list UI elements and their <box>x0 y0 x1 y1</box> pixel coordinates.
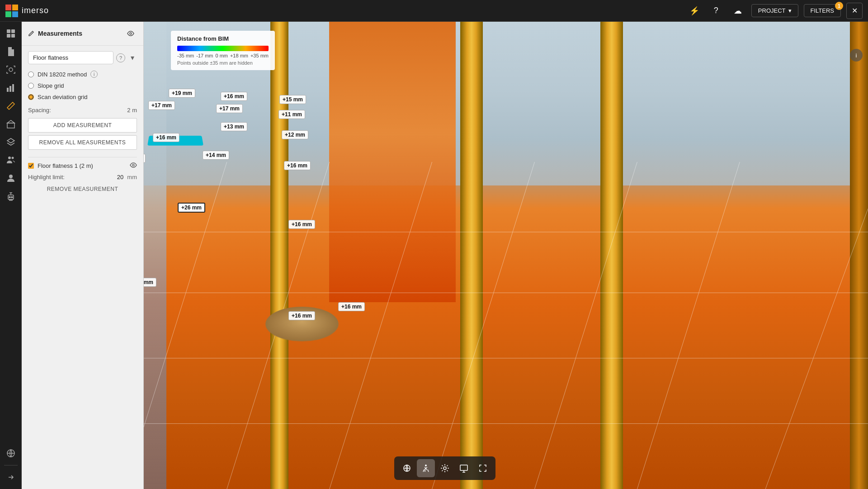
svg-point-20 <box>11 197 13 198</box>
legend-color-bar <box>177 46 269 51</box>
orange-wall <box>329 22 456 302</box>
filters-badge: 1 <box>835 2 843 10</box>
walk-button[interactable] <box>417 459 435 477</box>
spacing-label: Spacing: <box>28 107 51 114</box>
highlight-unit: mm <box>127 174 137 180</box>
legend-labels: -35 mm -17 mm 0 mm +18 mm +35 mm <box>177 53 269 58</box>
project-label: PROJECT <box>758 7 786 14</box>
filters-label: FILTERS <box>811 7 835 14</box>
spacing-value: 2 m <box>127 107 137 114</box>
svg-point-17 <box>9 175 13 178</box>
project-chevron-icon: ▾ <box>788 7 792 14</box>
sidebar-icon-robot[interactable] <box>3 188 19 204</box>
beam-far-right <box>850 22 868 489</box>
measurement-row: Floor flatness 1 (2 m) <box>28 162 137 169</box>
left-sidebar <box>0 22 22 489</box>
orbit-button[interactable] <box>398 459 416 477</box>
svg-point-15 <box>8 157 11 159</box>
highlight-label: Highlight limit: <box>28 174 65 180</box>
svg-point-38 <box>425 465 427 466</box>
svg-rect-7 <box>11 34 15 38</box>
measurement-label: Floor flatness 1 (2 m) <box>38 162 126 169</box>
legend-label-3: 0 mm <box>215 53 228 58</box>
measurement-checkbox[interactable] <box>28 163 34 169</box>
din18202-info-icon[interactable]: i <box>90 71 98 78</box>
svg-rect-40 <box>460 465 467 470</box>
svg-point-19 <box>9 197 10 198</box>
help-icon-button[interactable]: ? <box>708 3 724 19</box>
sidebar-icon-document[interactable] <box>3 43 19 60</box>
beam-right <box>600 22 623 489</box>
radio-slope-grid-input[interactable] <box>28 83 34 89</box>
panel-header: Measurements <box>22 22 143 46</box>
radio-slope-grid[interactable]: Slope grid <box>28 82 137 89</box>
panel-eye-button[interactable] <box>124 27 137 40</box>
radio-din18202[interactable]: DIN 18202 method i <box>28 71 137 78</box>
radio-din18202-label: DIN 18202 method <box>38 71 87 78</box>
remove-measurement-button[interactable]: REMOVE MEASUREMENT <box>28 184 137 194</box>
floor-flatness-dropdown-arrow[interactable]: ▾ <box>128 53 137 62</box>
close-button[interactable]: ✕ <box>846 3 863 19</box>
sidebar-icon-measure[interactable] <box>3 98 19 114</box>
svg-point-39 <box>443 467 446 470</box>
legend-note: Points outside ±35 mm are hidden <box>177 60 269 66</box>
svg-rect-6 <box>7 34 10 38</box>
measurement-entry: Floor flatness 1 (2 m) Highlight limit: … <box>28 162 137 194</box>
radio-scan-deviation-grid[interactable]: Scan deviation grid <box>28 94 137 100</box>
svg-point-8 <box>9 68 13 71</box>
legend-label-2: -17 mm <box>196 53 213 58</box>
sidebar-icon-layers[interactable] <box>3 134 19 150</box>
sidebar-icon-dashboard[interactable] <box>3 25 19 42</box>
display-button[interactable] <box>455 459 473 477</box>
beam-center <box>460 22 483 489</box>
teal-object <box>147 136 203 146</box>
legend-label-1: -35 mm <box>177 53 194 58</box>
svg-point-23 <box>130 33 132 34</box>
sidebar-icon-globe[interactable] <box>3 445 19 461</box>
beam-left <box>270 22 288 489</box>
add-measurement-button[interactable]: ADD MEASUREMENT <box>28 118 137 133</box>
radio-slope-grid-label: Slope grid <box>38 82 64 89</box>
sidebar-icon-building[interactable] <box>3 116 19 132</box>
info-button[interactable]: i <box>850 49 863 62</box>
floor-flatness-row: Floor flatness ? ▾ <box>28 51 137 64</box>
color-legend: Distance from BIM -35 mm -17 mm 0 mm +18… <box>171 31 275 70</box>
panel-body: Floor flatness ? ▾ DIN 18202 method i Sl… <box>22 46 143 199</box>
logo-area: imerso <box>5 5 49 17</box>
sidebar-icon-scan[interactable] <box>3 62 19 78</box>
sidebar-icon-user[interactable] <box>3 170 19 186</box>
svg-rect-14 <box>7 123 14 128</box>
svg-line-12 <box>9 105 9 106</box>
bottom-toolbar <box>394 456 495 480</box>
floor-flatness-select[interactable]: Floor flatness <box>28 51 113 64</box>
svg-rect-5 <box>11 29 15 33</box>
logo-text: imerso <box>22 6 49 15</box>
radio-din18202-input[interactable] <box>28 71 34 77</box>
legend-title: Distance from BIM <box>177 35 269 42</box>
svg-rect-4 <box>7 29 10 33</box>
viewport[interactable]: Distance from BIM -35 mm -17 mm 0 mm +18… <box>22 22 868 489</box>
sidebar-icon-people[interactable] <box>3 152 19 168</box>
sidebar-icon-arrow-right[interactable] <box>3 469 19 485</box>
topbar-right: ⚡ ? ☁ PROJECT ▾ FILTERS 1 ✕ <box>686 3 863 19</box>
bolt-icon-button[interactable]: ⚡ <box>686 3 703 19</box>
highlight-row: Highlight limit: 20 mm <box>28 174 137 180</box>
svg-rect-2 <box>5 11 11 17</box>
radio-scan-deviation-grid-input[interactable] <box>28 94 34 100</box>
svg-line-13 <box>10 104 11 105</box>
panel-title: Measurements <box>28 30 82 37</box>
svg-rect-11 <box>12 84 14 92</box>
floor-flatness-help-icon[interactable]: ? <box>116 53 125 62</box>
filters-button[interactable]: FILTERS 1 <box>804 4 841 17</box>
toolbar-settings-button[interactable] <box>436 459 454 477</box>
cloud-icon-button[interactable]: ☁ <box>730 3 746 19</box>
fullscreen-button[interactable] <box>474 459 492 477</box>
legend-label-5: +35 mm <box>250 53 269 58</box>
svg-rect-21 <box>9 199 12 200</box>
remove-all-measurements-button[interactable]: REMOVE ALL MEASUREMENTS <box>28 135 137 150</box>
measurements-panel: Measurements Floor flatness ? ▾ DIN 1820… <box>22 22 144 489</box>
panel-divider <box>28 157 137 157</box>
sidebar-icon-chart[interactable] <box>3 80 19 96</box>
project-button[interactable]: PROJECT ▾ <box>751 4 798 17</box>
measurement-eye-button[interactable] <box>130 162 137 169</box>
